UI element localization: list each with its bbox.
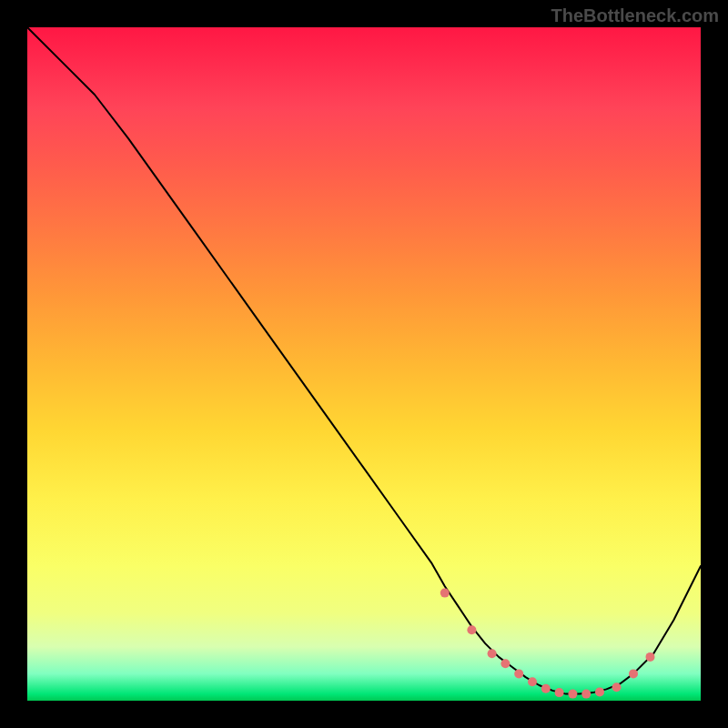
data-point-marker (595, 687, 604, 696)
data-point-marker (440, 589, 450, 598)
bottleneck-curve (27, 27, 701, 694)
data-point-marker (646, 652, 655, 662)
chart-curve-svg (27, 27, 701, 701)
data-point-marker (612, 682, 622, 692)
data-point-marker (514, 669, 523, 678)
data-point-marker (568, 690, 577, 699)
data-point-marker (581, 690, 591, 699)
data-point-marker (500, 659, 510, 668)
data-point-marker (528, 677, 537, 686)
data-point-marker (541, 684, 551, 693)
data-point-marker (555, 688, 564, 697)
watermark-text: TheBottleneck.com (551, 5, 719, 26)
data-point-marker (467, 625, 476, 634)
data-point-marker (629, 669, 638, 678)
chart-plot-area (27, 27, 701, 701)
data-point-marker (488, 649, 497, 658)
